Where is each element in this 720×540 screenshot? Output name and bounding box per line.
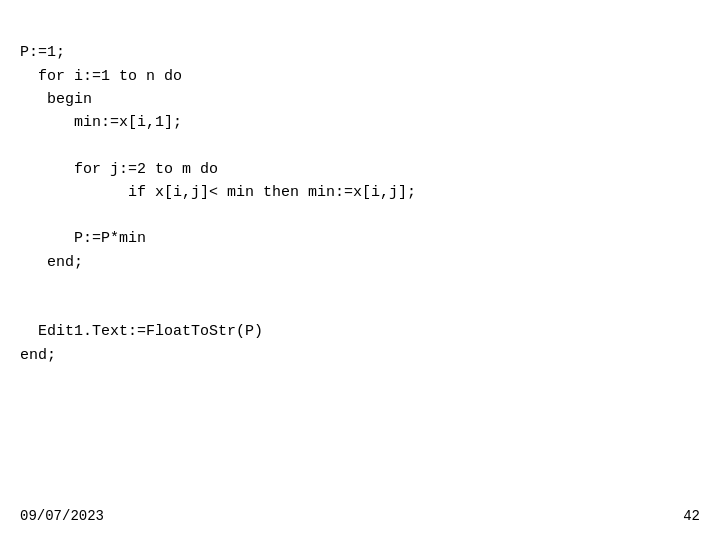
code-container: P:=1; for i:=1 to n do begin min:=x[i,1]… (0, 0, 720, 385)
code-content: P:=1; for i:=1 to n do begin min:=x[i,1]… (20, 44, 416, 363)
footer-date: 09/07/2023 (20, 508, 104, 524)
footer-page: 42 (683, 508, 700, 524)
